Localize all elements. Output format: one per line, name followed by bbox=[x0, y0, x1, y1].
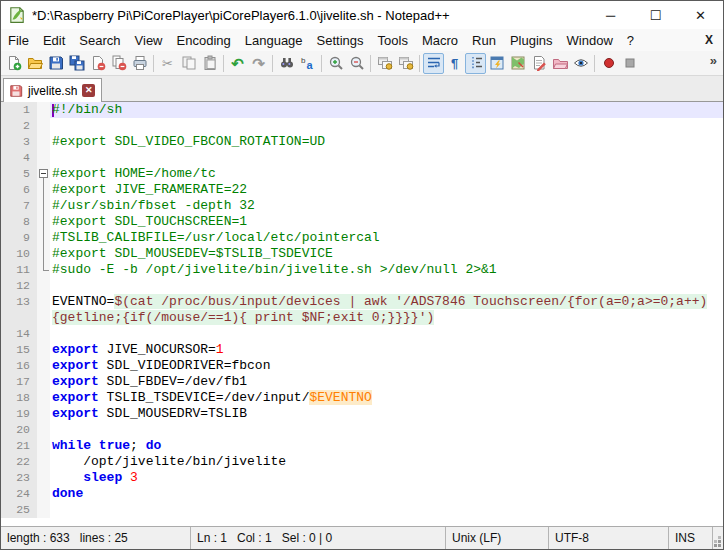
menu-item-tools[interactable]: Tools bbox=[371, 31, 415, 50]
line-number[interactable]: 7 bbox=[1, 198, 37, 214]
fold-collapse-icon[interactable] bbox=[37, 166, 50, 182]
code-text[interactable] bbox=[50, 118, 723, 134]
editor-line-22[interactable]: 22 /opt/jivelite/bin/jivelite bbox=[1, 454, 723, 470]
code-text[interactable]: done bbox=[50, 486, 723, 502]
line-number[interactable]: 19 bbox=[1, 406, 37, 422]
editor-line-16[interactable]: 16export SDL_VIDEODRIVER=fbcon bbox=[1, 358, 723, 374]
close-file-icon[interactable] bbox=[87, 53, 108, 74]
line-number[interactable]: 12 bbox=[1, 278, 37, 294]
line-number[interactable]: 18 bbox=[1, 390, 37, 406]
code-text[interactable]: #export HOME=/home/tc bbox=[50, 166, 723, 182]
open-file-icon[interactable] bbox=[24, 53, 45, 74]
editor-line-9[interactable]: 9#TSLIB_CALIBFILE=/usr/local/etc/pointer… bbox=[1, 230, 723, 246]
editor-line-2[interactable]: 2 bbox=[1, 118, 723, 134]
close-button[interactable]: ✕ bbox=[678, 1, 723, 29]
editor-line-25[interactable]: 25 bbox=[1, 502, 723, 518]
menu-item-macro[interactable]: Macro bbox=[415, 31, 465, 50]
undo-icon[interactable]: ↶ bbox=[227, 53, 248, 74]
editor-line-5[interactable]: 5#export HOME=/home/tc bbox=[1, 166, 723, 182]
maximize-button[interactable]: ☐ bbox=[633, 1, 678, 29]
code-text[interactable]: #TSLIB_CALIBFILE=/usr/local/etc/pointerc… bbox=[50, 230, 723, 246]
editor-line-10[interactable]: 10#export SDL_MOUSEDEV=$TSLIB_TSDEVICE bbox=[1, 246, 723, 262]
editor-pane[interactable]: 1#!/bin/sh23#export SDL_VIDEO_FBCON_ROTA… bbox=[1, 102, 723, 526]
minimize-button[interactable]: ─ bbox=[588, 1, 633, 29]
resize-grip[interactable] bbox=[713, 527, 723, 549]
line-number[interactable]: 16 bbox=[1, 358, 37, 374]
editor-line-7[interactable]: 7#/usr/sbin/fbset -depth 32 bbox=[1, 198, 723, 214]
editor-line-4[interactable]: 4 bbox=[1, 150, 723, 166]
print-icon[interactable] bbox=[129, 53, 150, 74]
line-number[interactable]: 11 bbox=[1, 262, 37, 278]
code-text[interactable]: export SDL_FBDEV=/dev/fb1 bbox=[50, 374, 723, 390]
menu-item-window[interactable]: Window bbox=[560, 31, 620, 50]
editor-line-11[interactable]: 11#sudo -E -b /opt/jivelite/bin/jivelite… bbox=[1, 262, 723, 278]
code-text[interactable]: export JIVE_NOCURSOR=1 bbox=[50, 342, 723, 358]
code-text[interactable]: #export JIVE_FRAMERATE=22 bbox=[50, 182, 723, 198]
status-eol-format[interactable]: Unix (LF) bbox=[446, 527, 549, 549]
show-all-characters-icon[interactable]: ¶ bbox=[444, 53, 465, 74]
line-number[interactable]: 6 bbox=[1, 182, 37, 198]
new-file-icon[interactable] bbox=[3, 53, 24, 74]
code-text[interactable] bbox=[50, 326, 723, 342]
line-number[interactable]: 8 bbox=[1, 214, 37, 230]
folder-as-workspace-icon[interactable] bbox=[549, 53, 570, 74]
menu-item-view[interactable]: View bbox=[128, 31, 170, 50]
menu-item-edit[interactable]: Edit bbox=[36, 31, 72, 50]
line-number[interactable]: 24 bbox=[1, 486, 37, 502]
line-number[interactable]: 5 bbox=[1, 166, 37, 182]
editor-line-8[interactable]: 8#export SDL_TOUCHSCREEN=1 bbox=[1, 214, 723, 230]
status-typing-mode[interactable]: INS bbox=[669, 527, 713, 549]
word-wrap-icon[interactable] bbox=[423, 53, 444, 74]
editor-line-18[interactable]: 18export TSLIB_TSDEVICE=/dev/input/$EVEN… bbox=[1, 390, 723, 406]
editor-line-23[interactable]: 23 sleep 3 bbox=[1, 470, 723, 486]
editor-line-24[interactable]: 24done bbox=[1, 486, 723, 502]
line-number[interactable]: 21 bbox=[1, 438, 37, 454]
tab-jivelite-sh[interactable]: jivelite.sh ✕ bbox=[3, 78, 102, 102]
line-number[interactable]: 10 bbox=[1, 246, 37, 262]
menu-item-plugins[interactable]: Plugins bbox=[503, 31, 560, 50]
code-text[interactable]: export SDL_MOUSEDRV=TSLIB bbox=[50, 406, 723, 422]
line-number[interactable]: 14 bbox=[1, 326, 37, 342]
code-text[interactable]: #!/bin/sh bbox=[50, 102, 723, 118]
monitoring-eye-icon[interactable] bbox=[570, 53, 591, 74]
save-all-icon[interactable] bbox=[66, 53, 87, 74]
editor-line-12[interactable]: 12 bbox=[1, 278, 723, 294]
status-encoding[interactable]: UTF-8 bbox=[549, 527, 669, 549]
zoom-in-icon[interactable] bbox=[325, 53, 346, 74]
line-number[interactable]: 22 bbox=[1, 454, 37, 470]
tab-close-icon[interactable]: ✕ bbox=[82, 84, 95, 97]
start-recording-icon[interactable] bbox=[598, 53, 619, 74]
toolbar-overflow-chevron[interactable]: » bbox=[710, 53, 721, 74]
menu-item-help[interactable]: ? bbox=[620, 31, 641, 50]
menu-item-search[interactable]: Search bbox=[72, 31, 127, 50]
zoom-out-icon[interactable] bbox=[346, 53, 367, 74]
menu-item-language[interactable]: Language bbox=[238, 31, 310, 50]
code-text[interactable] bbox=[50, 150, 723, 166]
menu-item-run[interactable]: Run bbox=[465, 31, 503, 50]
replace-icon[interactable]: ba bbox=[297, 53, 318, 74]
document-list-icon[interactable] bbox=[528, 53, 549, 74]
editor-line-3[interactable]: 3#export SDL_VIDEO_FBCON_ROTATION=UD bbox=[1, 134, 723, 150]
save-icon[interactable] bbox=[45, 53, 66, 74]
line-number[interactable]: 13 bbox=[1, 294, 37, 326]
code-text[interactable]: #export SDL_TOUCHSCREEN=1 bbox=[50, 214, 723, 230]
line-number[interactable]: 1 bbox=[1, 102, 37, 118]
editor-line-1[interactable]: 1#!/bin/sh bbox=[1, 102, 723, 118]
code-text[interactable] bbox=[50, 502, 723, 518]
editor-line-17[interactable]: 17export SDL_FBDEV=/dev/fb1 bbox=[1, 374, 723, 390]
editor-line-6[interactable]: 6#export JIVE_FRAMERATE=22 bbox=[1, 182, 723, 198]
function-list-icon[interactable] bbox=[486, 53, 507, 74]
line-number[interactable]: 15 bbox=[1, 342, 37, 358]
line-number[interactable]: 4 bbox=[1, 150, 37, 166]
code-text[interactable]: sleep 3 bbox=[50, 470, 723, 486]
editor-line-21[interactable]: 21while true; do bbox=[1, 438, 723, 454]
editor-line-15[interactable]: 15export JIVE_NOCURSOR=1 bbox=[1, 342, 723, 358]
editor-line-14[interactable]: 14 bbox=[1, 326, 723, 342]
menu-item-settings[interactable]: Settings bbox=[310, 31, 371, 50]
menu-close-doc-icon[interactable]: X bbox=[695, 33, 723, 47]
code-text[interactable]: export TSLIB_TSDEVICE=/dev/input/$EVENTN… bbox=[50, 390, 723, 406]
line-number[interactable]: 17 bbox=[1, 374, 37, 390]
code-text[interactable]: #export SDL_MOUSEDEV=$TSLIB_TSDEVICE bbox=[50, 246, 723, 262]
line-number[interactable]: 3 bbox=[1, 134, 37, 150]
code-text[interactable]: #sudo -E -b /opt/jivelite/bin/jivelite.s… bbox=[50, 262, 723, 278]
